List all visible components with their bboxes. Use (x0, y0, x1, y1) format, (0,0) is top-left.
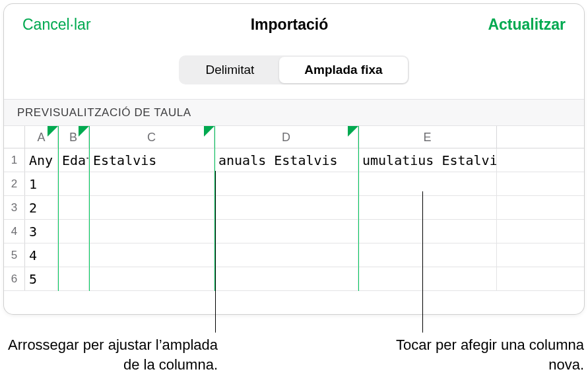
column-letter: E (423, 131, 431, 144)
column-resize-handle-icon[interactable] (348, 126, 358, 137)
cell (214, 220, 358, 243)
cell (89, 172, 214, 195)
row-number-header (4, 126, 25, 148)
row-number: 4 (4, 220, 25, 243)
cell: Estalvis (89, 148, 214, 172)
segment-fixed-width[interactable]: Amplada fixa (279, 57, 407, 83)
table-preview: A B C D E 1 An (4, 126, 584, 291)
cell (58, 196, 89, 219)
column-header-c[interactable]: C (89, 126, 214, 148)
table-rows: 1 Any Edat Estalvis anuals Estalvis umul… (4, 148, 584, 291)
cell: anuals Estalvis (214, 148, 358, 172)
cell (358, 196, 497, 219)
column-resize-handle-icon[interactable] (204, 126, 214, 137)
table-row: 2 1 (4, 172, 584, 196)
preview-section-label: PREVISUALITZACIÓ DE TAULA (4, 99, 584, 126)
cell (214, 243, 358, 267)
row-number: 3 (4, 196, 25, 219)
table-row: 3 2 (4, 196, 584, 220)
segment-delimited[interactable]: Delimitat (180, 57, 279, 83)
cancel-button[interactable]: Cancel·lar (22, 16, 91, 34)
cell: Edat (58, 148, 89, 172)
cell (58, 267, 89, 290)
column-resize-handle-icon[interactable] (79, 126, 89, 137)
column-header-a[interactable]: A (25, 126, 58, 148)
column-letter: C (147, 131, 156, 144)
cell (89, 196, 214, 219)
callout-leader-line (422, 191, 423, 333)
import-mode-segmented: Delimitat Amplada fixa (179, 55, 408, 84)
cell (58, 172, 89, 195)
column-headers-row: A B C D E (4, 126, 584, 148)
column-letter: A (37, 131, 45, 144)
row-number: 5 (4, 243, 25, 267)
update-button[interactable]: Actualitzar (488, 16, 566, 34)
cell (89, 220, 214, 243)
sheet-header: Cancel·lar Importació Actualitzar (4, 4, 584, 46)
cell: Any (25, 148, 58, 172)
column-header-d[interactable]: D (214, 126, 358, 148)
cell (89, 267, 214, 290)
cell: 3 (25, 220, 58, 243)
table-row: 4 3 (4, 220, 584, 243)
cell (214, 196, 358, 219)
column-header-e[interactable]: E (358, 126, 497, 148)
table-row: 1 Any Edat Estalvis anuals Estalvis umul… (4, 148, 584, 172)
cell: umulatius Estalvi (358, 148, 497, 172)
cell (358, 172, 497, 195)
cell (58, 220, 89, 243)
column-resize-handle-icon[interactable] (48, 126, 58, 137)
column-letter: B (69, 131, 77, 144)
cell (358, 267, 497, 290)
column-header-b[interactable]: B (58, 126, 89, 148)
cell (358, 220, 497, 243)
sheet-title: Importació (251, 16, 329, 34)
cell: 4 (25, 243, 58, 267)
cell (89, 243, 214, 267)
callout-leader-line (215, 171, 216, 333)
table-row: 5 4 (4, 243, 584, 267)
callout-text-left: Arrossegar per ajustar l’amplada de la c… (0, 335, 218, 374)
cell (358, 243, 497, 267)
row-number: 6 (4, 267, 25, 290)
column-letter: D (282, 131, 290, 144)
table-row: 6 5 (4, 267, 584, 291)
row-number: 2 (4, 172, 25, 195)
row-number: 1 (4, 148, 25, 172)
cell: 1 (25, 172, 58, 195)
callout-text-right: Tocar per afegir una columna nova. (360, 335, 584, 374)
cell (58, 243, 89, 267)
cell (214, 267, 358, 290)
cell: 5 (25, 267, 58, 290)
cell (214, 172, 358, 195)
segmented-control-wrap: Delimitat Amplada fixa (4, 46, 584, 99)
import-settings-sheet: Cancel·lar Importació Actualitzar Delimi… (4, 4, 584, 314)
cell: 2 (25, 196, 58, 219)
